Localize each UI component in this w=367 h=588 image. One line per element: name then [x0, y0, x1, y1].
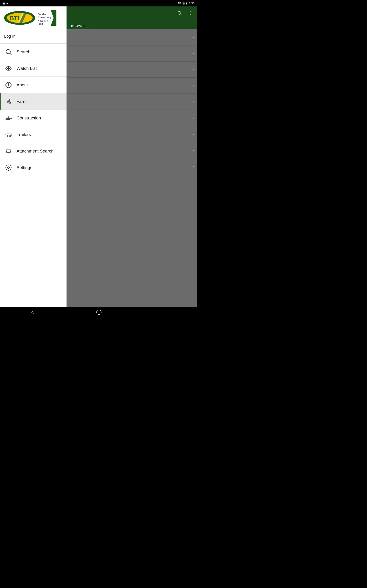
lte-icon: LTE — [177, 2, 181, 5]
svg-marker-9 — [51, 10, 56, 26]
attachment-icon — [5, 147, 12, 155]
svg-point-36 — [5, 134, 6, 135]
trailer-icon — [5, 131, 12, 138]
gear-icon — [5, 164, 12, 171]
tractor-icon — [5, 98, 12, 105]
svg-point-46 — [190, 13, 190, 13]
svg-text:BTI: BTI — [10, 15, 19, 22]
sidebar-item-construction[interactable]: Construction — [0, 110, 67, 126]
list-item[interactable]: › — [67, 110, 197, 126]
svg-text:Pratt: Pratt — [38, 23, 43, 25]
svg-point-29 — [6, 119, 7, 120]
construction-icon-wrapper — [4, 114, 13, 122]
search-button[interactable] — [175, 9, 184, 19]
list-item[interactable]: › — [67, 45, 197, 61]
trailer-icon-wrapper — [4, 131, 13, 138]
construction-label: Construction — [17, 115, 41, 121]
attachment-icon-wrapper — [4, 147, 13, 155]
list-item[interactable]: › — [67, 29, 197, 45]
attachment-label: Attachment Search — [17, 149, 54, 154]
back-button[interactable]: ◁ — [26, 308, 39, 316]
list-item[interactable]: › — [67, 142, 197, 158]
chevron-right-icon: › — [192, 147, 194, 153]
info-icon-wrapper — [4, 81, 13, 89]
battery-icon: ▮ — [186, 2, 187, 5]
farm-label: Farm — [17, 99, 27, 104]
chevron-right-icon: › — [192, 83, 194, 88]
tractor-icon-wrapper — [4, 98, 13, 105]
login-link[interactable]: Log In — [0, 29, 67, 44]
sidebar-item-farm[interactable]: Farm — [0, 93, 67, 110]
eye-icon-wrapper — [4, 65, 13, 72]
eye-icon — [5, 65, 12, 72]
svg-point-43 — [178, 11, 181, 15]
svg-line-11 — [10, 53, 11, 55]
search-icon-wrapper — [4, 48, 13, 56]
status-bar: ▣ ■ LTE ▩ ▮ 3:36 — [0, 0, 197, 6]
svg-text:Bucklin: Bucklin — [38, 13, 46, 16]
svg-point-34 — [9, 135, 10, 137]
svg-point-14 — [8, 68, 9, 69]
svg-point-31 — [9, 119, 10, 120]
sidebar-item-search[interactable]: Search — [0, 44, 67, 60]
list-item[interactable]: › — [67, 78, 197, 94]
tab-browse[interactable]: BROWSE — [67, 23, 90, 29]
info-icon — [5, 81, 12, 89]
list-item[interactable]: › — [67, 61, 197, 78]
svg-rect-19 — [8, 100, 10, 102]
svg-point-10 — [6, 49, 10, 54]
chevron-right-icon: › — [192, 131, 194, 137]
svg-point-30 — [7, 119, 8, 120]
svg-text:Ness City: Ness City — [38, 19, 49, 22]
chevron-right-icon: › — [192, 67, 194, 72]
svg-point-33 — [7, 135, 8, 137]
svg-line-44 — [181, 14, 182, 15]
search-label: Search — [17, 49, 30, 54]
content-list: › › › › › › › › › — [67, 29, 197, 307]
svg-rect-27 — [8, 116, 9, 118]
settings-icon-wrapper — [4, 164, 13, 171]
main-content: BROWSE › › › › › › › › › — [67, 6, 197, 307]
construction-icon — [5, 114, 12, 122]
chevron-right-icon: › — [192, 51, 194, 56]
svg-point-17 — [8, 83, 9, 84]
more-options-button[interactable] — [186, 9, 194, 19]
chevron-right-icon: › — [192, 163, 194, 169]
list-item[interactable]: › — [67, 158, 197, 174]
chevron-right-icon: › — [192, 35, 194, 40]
sidebar-item-settings[interactable]: Settings — [0, 159, 67, 176]
app-container: BTI Bucklin Greensburg Ness City Pratt L… — [0, 6, 197, 307]
recents-button[interactable]: □ — [159, 308, 171, 316]
svg-point-21 — [7, 103, 8, 103]
tab-bar: BROWSE — [67, 21, 197, 29]
clock: 3:36 — [189, 2, 194, 5]
svg-text:Greensburg: Greensburg — [38, 16, 51, 19]
about-label: About — [17, 82, 28, 87]
watchlist-label: Watch List — [17, 66, 37, 71]
svg-point-47 — [190, 14, 190, 15]
list-item[interactable]: › — [67, 126, 197, 142]
app-icon: ■ — [6, 2, 8, 5]
svg-point-45 — [190, 11, 190, 12]
svg-point-42 — [8, 167, 9, 169]
sidebar-item-attachment[interactable]: Attachment Search — [0, 143, 67, 159]
bti-logo-svg: BTI Bucklin Greensburg Ness City Pratt — [4, 10, 56, 26]
sidebar-menu: Search Watch List — [0, 44, 67, 307]
chevron-right-icon: › — [192, 115, 194, 120]
sidebar-item-trailers[interactable]: Trailers — [0, 126, 67, 143]
sidebar-logo: BTI Bucklin Greensburg Ness City Pratt — [0, 6, 67, 29]
list-item[interactable]: › — [67, 94, 197, 110]
signal-icon: ▩ — [182, 2, 185, 5]
notification-icon: ▣ — [3, 2, 5, 5]
trailers-label: Trailers — [17, 132, 31, 137]
svg-marker-26 — [10, 118, 12, 119]
bottom-navigation: ◁ ◯ □ — [0, 307, 197, 317]
top-bar — [67, 6, 197, 21]
svg-point-23 — [10, 103, 10, 103]
settings-label: Settings — [17, 165, 32, 170]
search-icon — [5, 48, 12, 56]
sidebar: BTI Bucklin Greensburg Ness City Pratt L… — [0, 6, 67, 307]
sidebar-item-watchlist[interactable]: Watch List — [0, 60, 67, 77]
sidebar-item-about[interactable]: About — [0, 77, 67, 93]
home-button[interactable]: ◯ — [92, 307, 106, 317]
